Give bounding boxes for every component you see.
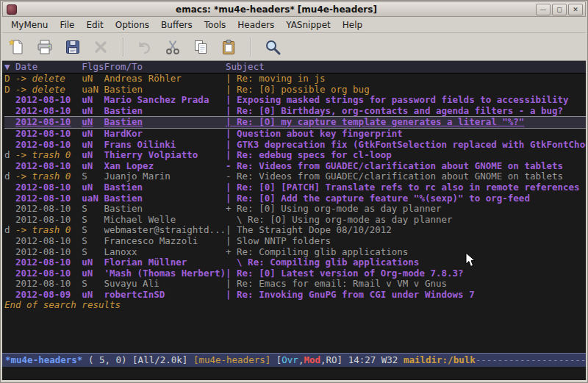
column-header-date[interactable]: ▼ Date	[4, 61, 82, 73]
message-row[interactable]: d-> trash 0uNThierry Volpiatto| Re: edeb…	[4, 150, 586, 161]
menu-item-help[interactable]: Help	[337, 18, 368, 32]
save-button[interactable]	[62, 36, 85, 58]
modeline-segment-plain: [	[270, 354, 282, 365]
row-from: Andreas Röhler	[104, 74, 226, 85]
minimize-button[interactable]: —	[536, 4, 551, 15]
message-row[interactable]: 2012-08-10uNFlorian Müllner \ Re: Compil…	[4, 257, 586, 268]
modeline-segment-plain: 14:27 W32	[348, 354, 404, 365]
message-row[interactable]: 2012-08-10uaNBastien| Re: [0] Add the ca…	[4, 193, 586, 204]
row-from: 'Mash (Thomas Herbert)	[104, 268, 226, 279]
row-date: 2012-08-10	[15, 268, 82, 279]
row-flags: S	[82, 171, 104, 182]
row-flags: uN	[82, 117, 104, 128]
message-row[interactable]: 2012-08-10SMichael Welle \ Re: [O] Using…	[4, 215, 586, 226]
close-button[interactable]	[90, 36, 112, 58]
row-date: -> trash 0	[15, 150, 82, 161]
row-date: 2012-08-10	[15, 247, 82, 258]
message-row[interactable]: 2012-08-10SBastien+ Re: [0] Using org-mo…	[4, 204, 586, 215]
copy-button[interactable]	[190, 36, 212, 58]
message-row[interactable]: D-> deleteuNAndreas Röhler| Re: moving i…	[4, 74, 586, 85]
message-row[interactable]: 2012-08-10uNMario Sanchez Prada| Exposin…	[4, 95, 586, 106]
headers-column-header: ▼ DateFlgsFrom/ToSubject	[2, 61, 586, 74]
row-subject: \ Re: [O] Using org-mode as day planner	[226, 214, 453, 225]
row-from: Lanoxx	[104, 247, 226, 258]
message-row[interactable]: 2012-08-10uN'Mash (Thomas Herbert)| Re: …	[4, 268, 586, 279]
mode-line: *mu4e-headers* ( 5, 0) [All/2.0k] [mu4e-…	[2, 353, 586, 367]
modeline-segment-mode: [mu4e-headers]	[193, 354, 270, 365]
menu-item-file[interactable]: File	[54, 18, 80, 32]
message-row[interactable]: 2012-08-10SLanoxx+ Re: Compiling glib ap…	[4, 247, 586, 258]
message-row[interactable]: d-> trash 0SJuanjo Marin- Re: Videos fro…	[4, 171, 586, 182]
row-flags: S	[82, 247, 104, 258]
row-date: 2012-08-10	[15, 140, 82, 151]
row-marker: D	[4, 74, 15, 85]
undo-button[interactable]	[135, 36, 157, 58]
menu-item-headers[interactable]: Headers	[232, 18, 280, 32]
maximize-button[interactable]: ◻	[552, 4, 567, 15]
row-from: Juanjo Marin	[104, 171, 226, 182]
title-bar[interactable]: emacs: *mu4e-headers* [mu4e-headers] —◻✕	[2, 1, 586, 17]
print-icon	[36, 38, 55, 56]
message-row[interactable]: 2012-08-10uNHardKor| Question about key …	[4, 129, 586, 140]
row-subject: | Re: [O] my capture template generates …	[226, 116, 524, 127]
row-marker: d	[4, 150, 15, 161]
menu-item-yasnippet[interactable]: YASnippet	[280, 18, 337, 32]
minibuffer[interactable]	[2, 367, 586, 380]
modeline-segment-plain: RO	[326, 354, 337, 365]
close-button[interactable]: ✕	[568, 4, 583, 15]
print-button[interactable]	[35, 36, 57, 58]
message-row[interactable]: d-> trash 0Swebmaster@straightd...| The …	[4, 225, 586, 236]
row-flags: uN	[82, 95, 104, 106]
row-from: Bastien	[104, 204, 226, 215]
message-row[interactable]: 2012-08-10SSuvayu Ali| Re: Emacs for ema…	[4, 279, 586, 290]
row-from: Thierry Volpiatto	[104, 150, 226, 161]
row-from: webmaster@straightd...	[104, 225, 226, 236]
message-row[interactable]: 2012-08-10uNBastien| Re: [O] my capture …	[4, 116, 586, 129]
paste-button[interactable]	[218, 36, 240, 58]
row-subject: | The Straight Dope 08/10/2012	[226, 224, 392, 235]
row-date: 2012-08-10	[15, 279, 82, 290]
modeline-segment-plain: ( 5, 0) [All/2.0k]	[82, 354, 193, 365]
row-subject: | Re: [0] [PATCH] Translate refs to rc a…	[226, 182, 580, 193]
row-subject: + Re: [0] Using org-mode as day planner	[226, 203, 442, 214]
row-marker: d	[4, 171, 15, 182]
modeline-segment-dashes: ----------------------------------------…	[476, 354, 586, 365]
search-button[interactable]	[262, 36, 284, 58]
row-subject: | Re: [0] possible org bug	[226, 84, 370, 95]
menu-item-tools[interactable]: Tools	[198, 18, 232, 32]
message-row[interactable]: 2012-08-09uNrobertcInSD| Re: Invoking Gn…	[4, 290, 586, 301]
message-row[interactable]: 2012-08-10uNBastien| Re: [0] [PATCH] Tra…	[4, 182, 586, 193]
column-header-flags[interactable]: Flgs	[82, 61, 104, 73]
row-marker: d	[4, 225, 15, 236]
row-subject: \ Re: Compiling glib applications	[226, 257, 419, 268]
column-header-from[interactable]: From/To	[104, 61, 226, 73]
row-date: 2012-08-10	[15, 106, 82, 117]
window-title: emacs: *mu4e-headers* [mu4e-headers]	[17, 4, 536, 15]
message-row[interactable]: D-> deleteuaNBastien| Re: [0] possible o…	[4, 85, 586, 96]
message-row[interactable]: 2012-08-10SFrancesco Mazzoli| Slow NNTP …	[4, 236, 586, 247]
row-from: Bastien	[104, 193, 226, 204]
column-header-subject[interactable]: Subject	[226, 61, 265, 73]
paste-icon	[220, 38, 239, 56]
modeline-segment-plain: ]	[337, 354, 348, 365]
cut-button[interactable]	[162, 36, 184, 58]
row-subject: | Re: [0] Birthdays, org-contacts and ag…	[226, 105, 563, 116]
row-subject: | Re: Invoking GnuPG from CGI under Wind…	[226, 289, 475, 300]
row-subject: - Re: Videos from GUADEC/clarification a…	[226, 171, 563, 182]
message-row[interactable]: 2012-08-10uNFrans Oilinki| GTK3 deprecat…	[4, 140, 586, 151]
menu-item-mymenu[interactable]: MyMenu	[5, 18, 54, 32]
row-from: Bastien	[104, 117, 226, 128]
new-file-button[interactable]	[7, 36, 29, 58]
menu-item-edit[interactable]: Edit	[81, 18, 110, 32]
row-date: 2012-08-10	[15, 257, 82, 268]
menu-item-options[interactable]: Options	[110, 18, 155, 32]
message-row[interactable]: 2012-08-10uNXan Lopez- Re: Videos from G…	[4, 161, 586, 172]
row-date: -> trash 0	[15, 171, 82, 182]
row-subject: | Re: [0] Add the capture feature "%(sex…	[226, 193, 530, 204]
toolbar-separator	[123, 37, 124, 57]
menu-item-buffers[interactable]: Buffers	[155, 18, 198, 32]
message-row[interactable]: 2012-08-10uNBastien| Re: [0] Birthdays, …	[4, 106, 586, 117]
row-date: 2012-08-10	[15, 95, 82, 106]
row-date: 2012-08-10	[15, 193, 82, 204]
row-from: Suvayu Ali	[104, 279, 226, 290]
